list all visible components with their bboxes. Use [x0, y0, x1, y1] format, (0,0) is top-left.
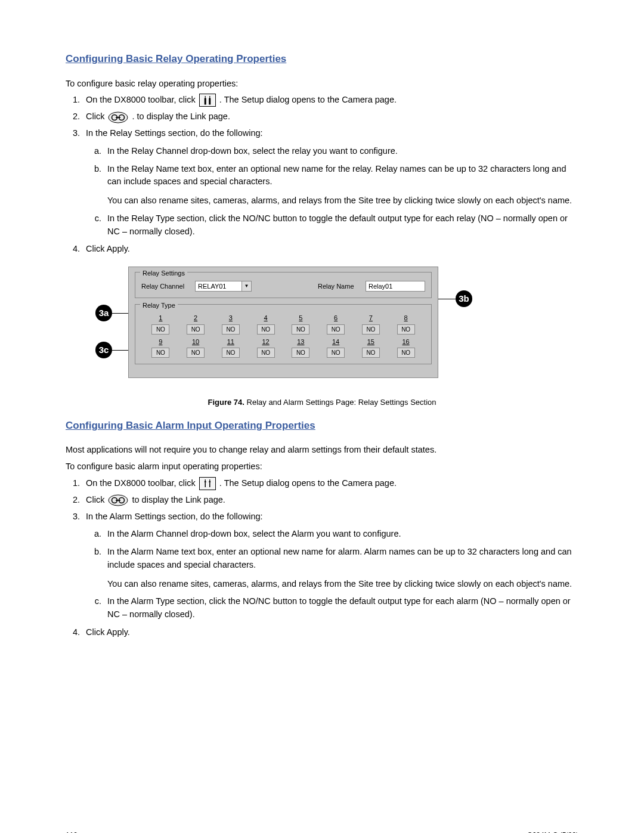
- relay-nonc-button[interactable]: NO: [151, 348, 169, 358]
- relay-type-grid: 1NO2NO3NO4NO5NO6NO7NO8NO9NO10NO11NO12NO1…: [141, 313, 425, 358]
- section2-intro2: To configure basic alarm input operating…: [66, 460, 578, 473]
- section1-heading: Configuring Basic Relay Operating Proper…: [66, 51, 286, 67]
- s1-step2b: . to display the Link page.: [132, 112, 230, 121]
- callout-3b: 3b: [456, 290, 472, 307]
- relay-type-fieldset: Relay Type 1NO2NO3NO4NO5NO6NO7NO8NO9NO10…: [135, 304, 432, 364]
- relay-number: 8: [404, 313, 408, 323]
- s2-step1: On the DX8000 toolbar, click . The Setup…: [82, 477, 578, 490]
- relay-number: 9: [159, 337, 162, 347]
- s2-step3b-note: You can also rename sites, cameras, alar…: [107, 578, 578, 591]
- s2-step3b: In the Alarm Name text box, enter an opt…: [104, 546, 578, 590]
- relay-cell: 16NO: [392, 337, 419, 358]
- relay-number: 4: [264, 313, 268, 323]
- figure-caption-bold: Figure 74.: [208, 398, 244, 407]
- relay-number: 7: [369, 313, 373, 323]
- setup-icon[interactable]: [199, 477, 216, 490]
- svg-rect-7: [209, 479, 210, 481]
- relay-type-legend: Relay Type: [140, 301, 178, 311]
- relay-nonc-button[interactable]: NO: [327, 348, 345, 358]
- relay-number: 1: [159, 313, 162, 323]
- relay-nonc-button[interactable]: NO: [222, 324, 240, 335]
- s1-step3-text: In the Relay Settings section, do the fo…: [86, 128, 263, 138]
- page-footer: 112 C624M-C (5/06): [66, 830, 578, 833]
- s1-step3: In the Relay Settings section, do the fo…: [82, 127, 578, 238]
- s1-step3b-text: In the Relay Name text box, enter an opt…: [107, 164, 566, 187]
- relay-nonc-button[interactable]: NO: [362, 324, 380, 335]
- svg-point-8: [205, 481, 206, 482]
- s1-step3c: In the Relay Type section, click the NO/…: [104, 212, 578, 239]
- relay-nonc-button[interactable]: NO: [292, 324, 309, 335]
- relay-channel-label: Relay Channel: [141, 281, 189, 292]
- relay-nonc-button[interactable]: NO: [187, 348, 205, 358]
- s2-step3a: In the Alarm Channel drop-down box, sele…: [104, 528, 578, 541]
- relay-name-input[interactable]: Relay01: [366, 281, 425, 292]
- s2-step3c: In the Alarm Type section, click the NO/…: [104, 595, 578, 621]
- relay-cell: 1NO: [147, 313, 174, 335]
- relay-nonc-button[interactable]: NO: [397, 348, 415, 358]
- relay-cell: 12NO: [252, 337, 279, 358]
- relay-number: 2: [194, 313, 197, 323]
- relay-number: 11: [227, 337, 234, 347]
- s1-step3a: In the Relay Channel drop-down box, sele…: [104, 145, 578, 158]
- relay-number: 13: [297, 337, 304, 347]
- relay-cell: 14NO: [323, 337, 349, 358]
- s1-step1: On the DX8000 toolbar, click . The Setup…: [82, 94, 578, 107]
- section2-heading: Configuring Basic Alarm Input Operating …: [66, 418, 315, 433]
- relay-nonc-button[interactable]: NO: [222, 348, 240, 358]
- relay-nonc-button[interactable]: NO: [397, 324, 415, 335]
- figure-74: 3a 3b 3c Relay Settings Relay Channel RE…: [66, 267, 578, 408]
- relay-number: 14: [332, 337, 339, 347]
- s2-step3-text: In the Alarm Settings section, do the fo…: [86, 512, 263, 521]
- relay-number: 12: [262, 337, 270, 347]
- relay-cell: 9NO: [147, 337, 174, 358]
- relay-nonc-button[interactable]: NO: [257, 348, 275, 358]
- relay-settings-panel: Relay Settings Relay Channel RELAY01 ▼ R…: [128, 267, 438, 378]
- s1-step3-sub: In the Relay Channel drop-down box, sele…: [86, 145, 578, 239]
- page-number: 112: [66, 830, 78, 833]
- s2-step2a: Click: [86, 495, 107, 504]
- relay-nonc-button[interactable]: NO: [362, 348, 380, 358]
- section2-intro1: Most applications will not require you t…: [66, 444, 578, 457]
- relay-nonc-button[interactable]: NO: [257, 324, 275, 335]
- relay-cell: 13NO: [287, 337, 314, 358]
- s1-step2: Click . to display the Link page.: [82, 110, 578, 123]
- figure-caption-rest: Relay and Alarm Settings Page: Relay Set…: [244, 398, 436, 407]
- relay-number: 5: [299, 313, 302, 323]
- relay-cell: 6NO: [323, 313, 349, 335]
- relay-cell: 15NO: [358, 337, 385, 358]
- link-icon[interactable]: [108, 494, 128, 506]
- doc-reference: C624M-C (5/06): [527, 830, 578, 833]
- figure-caption: Figure 74. Relay and Alarm Settings Page…: [66, 397, 578, 408]
- s2-step1a: On the DX8000 toolbar, click: [86, 478, 198, 488]
- s2-step4: Click Apply.: [82, 626, 578, 639]
- s2-step3-sub: In the Alarm Channel drop-down box, sele…: [86, 528, 578, 621]
- setup-icon[interactable]: [199, 94, 216, 107]
- relay-number: 6: [334, 313, 338, 323]
- relay-settings-fieldset: Relay Settings Relay Channel RELAY01 ▼ R…: [135, 272, 432, 298]
- s2-step1b: . The Setup dialog opens to the Camera p…: [219, 478, 397, 488]
- s1-step1b: . The Setup dialog opens to the Camera p…: [219, 95, 397, 104]
- s2-step2: Click to display the Link page.: [82, 494, 578, 507]
- relay-nonc-button[interactable]: NO: [292, 348, 309, 358]
- link-icon[interactable]: [108, 112, 128, 123]
- relay-cell: 8NO: [392, 313, 419, 335]
- relay-nonc-button[interactable]: NO: [151, 324, 169, 335]
- relay-cell: 11NO: [218, 337, 244, 358]
- relay-cell: 10NO: [182, 337, 209, 358]
- relay-cell: 3NO: [218, 313, 244, 335]
- relay-cell: 2NO: [182, 313, 209, 335]
- section2-steps: On the DX8000 toolbar, click . The Setup…: [66, 477, 578, 639]
- relay-cell: 7NO: [358, 313, 385, 335]
- s1-step3b: In the Relay Name text box, enter an opt…: [104, 163, 578, 208]
- relay-cell: 4NO: [252, 313, 279, 335]
- relay-number: 16: [402, 337, 410, 347]
- svg-rect-1: [209, 97, 210, 98]
- relay-channel-dropdown[interactable]: RELAY01 ▼: [195, 281, 252, 292]
- s1-step1a: On the DX8000 toolbar, click: [86, 95, 198, 104]
- relay-nonc-button[interactable]: NO: [187, 324, 205, 335]
- s2-step3: In the Alarm Settings section, do the fo…: [82, 510, 578, 621]
- relay-nonc-button[interactable]: NO: [327, 324, 345, 335]
- s1-step4: Click Apply.: [82, 243, 578, 256]
- relay-number: 15: [367, 337, 374, 347]
- s1-step3b-note: You can also rename sites, cameras, alar…: [107, 194, 578, 208]
